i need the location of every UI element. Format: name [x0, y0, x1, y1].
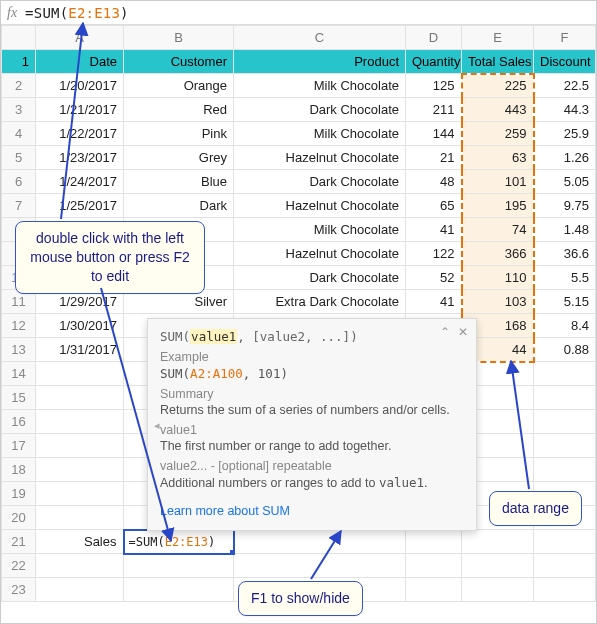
cell[interactable] [124, 578, 234, 602]
cell[interactable]: 41 [406, 218, 462, 242]
row-header[interactable]: 16 [2, 410, 36, 434]
learn-more-link[interactable]: Learn more about SUM [160, 504, 290, 518]
cell[interactable]: 1.48 [534, 218, 596, 242]
row-header[interactable]: 13 [2, 338, 36, 362]
cell[interactable]: 1/25/2017 [36, 194, 124, 218]
formula-content[interactable]: =SUM(E2:E13) [25, 5, 129, 21]
cell[interactable]: 211 [406, 98, 462, 122]
cell[interactable]: 8.4 [534, 314, 596, 338]
cell[interactable] [36, 506, 124, 530]
table-row[interactable]: 41/22/2017PinkMilk Chocolate14425925.9 [2, 122, 596, 146]
cell[interactable] [124, 554, 234, 578]
cell[interactable] [36, 386, 124, 410]
cell[interactable] [406, 554, 462, 578]
table-row[interactable]: 61/24/2017BlueDark Chocolate481015.05 [2, 170, 596, 194]
cell[interactable]: Product [234, 50, 406, 74]
row-header[interactable]: 19 [2, 482, 36, 506]
cell[interactable]: 44.3 [534, 98, 596, 122]
cell[interactable]: 443 [462, 98, 534, 122]
cell[interactable] [534, 530, 596, 554]
row-header[interactable]: 6 [2, 170, 36, 194]
cell[interactable]: Hazelnut Chocolate [234, 242, 406, 266]
chevron-left-icon[interactable]: ◂ [154, 418, 160, 431]
cell[interactable] [36, 554, 124, 578]
row-header[interactable]: 14 [2, 362, 36, 386]
cell[interactable]: Date [36, 50, 124, 74]
cell[interactable]: 41 [406, 290, 462, 314]
row-header[interactable]: 15 [2, 386, 36, 410]
cell[interactable] [534, 362, 596, 386]
cell[interactable]: Dark Chocolate [234, 266, 406, 290]
row-header[interactable]: 20 [2, 506, 36, 530]
column-header-row[interactable]: A B C D E F [2, 26, 596, 50]
cell[interactable] [534, 434, 596, 458]
cell[interactable]: 125 [406, 74, 462, 98]
cell[interactable]: 63 [462, 146, 534, 170]
col-header-b[interactable]: B [124, 26, 234, 50]
row-header[interactable]: 21 [2, 530, 36, 554]
cell[interactable]: 122 [406, 242, 462, 266]
cell[interactable]: 9.75 [534, 194, 596, 218]
cell[interactable] [534, 578, 596, 602]
cell[interactable]: 21 [406, 146, 462, 170]
cell[interactable]: Extra Dark Chocolate [234, 290, 406, 314]
row-header[interactable]: 1 [2, 50, 36, 74]
cell[interactable] [462, 554, 534, 578]
cell[interactable]: 65 [406, 194, 462, 218]
cell[interactable]: 5.15 [534, 290, 596, 314]
table-row[interactable]: 21/20/2017OrangeMilk Chocolate12522522.5 [2, 74, 596, 98]
col-header-d[interactable]: D [406, 26, 462, 50]
cell[interactable]: 1/24/2017 [36, 170, 124, 194]
cell[interactable]: 1/31/2017 [36, 338, 124, 362]
cell[interactable]: 225 [462, 74, 534, 98]
cell[interactable]: 52 [406, 266, 462, 290]
cell[interactable]: Customer [124, 50, 234, 74]
cell[interactable] [36, 410, 124, 434]
cell[interactable]: 5.05 [534, 170, 596, 194]
cell[interactable]: 25.9 [534, 122, 596, 146]
cell[interactable]: 366 [462, 242, 534, 266]
cell[interactable]: 101 [462, 170, 534, 194]
cell[interactable]: Discount [534, 50, 596, 74]
row-header[interactable]: 17 [2, 434, 36, 458]
cell[interactable]: 1/30/2017 [36, 314, 124, 338]
cell[interactable]: 1.26 [534, 146, 596, 170]
table-row[interactable]: 22 [2, 554, 596, 578]
cell[interactable]: 144 [406, 122, 462, 146]
col-header-e[interactable]: E [462, 26, 534, 50]
table-row[interactable]: 31/21/2017RedDark Chocolate21144344.3 [2, 98, 596, 122]
table-row[interactable]: 21Sales=SUM(E2:E13) [2, 530, 596, 554]
cell[interactable]: 1/21/2017 [36, 98, 124, 122]
cell[interactable]: Milk Chocolate [234, 74, 406, 98]
cell[interactable]: 1/20/2017 [36, 74, 124, 98]
row-header[interactable]: 7 [2, 194, 36, 218]
row-header[interactable]: 4 [2, 122, 36, 146]
cell[interactable]: 103 [462, 290, 534, 314]
cell[interactable]: 1/22/2017 [36, 122, 124, 146]
cell[interactable]: Dark Chocolate [234, 98, 406, 122]
cell[interactable]: 0.88 [534, 338, 596, 362]
close-icon[interactable]: ✕ [458, 325, 468, 339]
cell[interactable] [534, 410, 596, 434]
cell[interactable] [534, 554, 596, 578]
cell[interactable]: Sales [36, 530, 124, 554]
cell[interactable] [462, 578, 534, 602]
cell[interactable]: Hazelnut Chocolate [234, 146, 406, 170]
cell[interactable]: 259 [462, 122, 534, 146]
row-header[interactable]: 18 [2, 458, 36, 482]
select-all-corner[interactable] [2, 26, 36, 50]
table-row[interactable]: 71/25/2017DarkHazelnut Chocolate651959.7… [2, 194, 596, 218]
cell[interactable] [36, 578, 124, 602]
cell[interactable] [534, 386, 596, 410]
cell[interactable]: Red [124, 98, 234, 122]
cell[interactable]: 22.5 [534, 74, 596, 98]
cell[interactable] [36, 482, 124, 506]
cell[interactable]: Orange [124, 74, 234, 98]
cell[interactable] [534, 458, 596, 482]
cell[interactable] [406, 578, 462, 602]
cell[interactable]: Dark Chocolate [234, 170, 406, 194]
row-header[interactable]: 2 [2, 74, 36, 98]
row-header[interactable]: 12 [2, 314, 36, 338]
cell[interactable] [36, 362, 124, 386]
row-header[interactable]: 5 [2, 146, 36, 170]
